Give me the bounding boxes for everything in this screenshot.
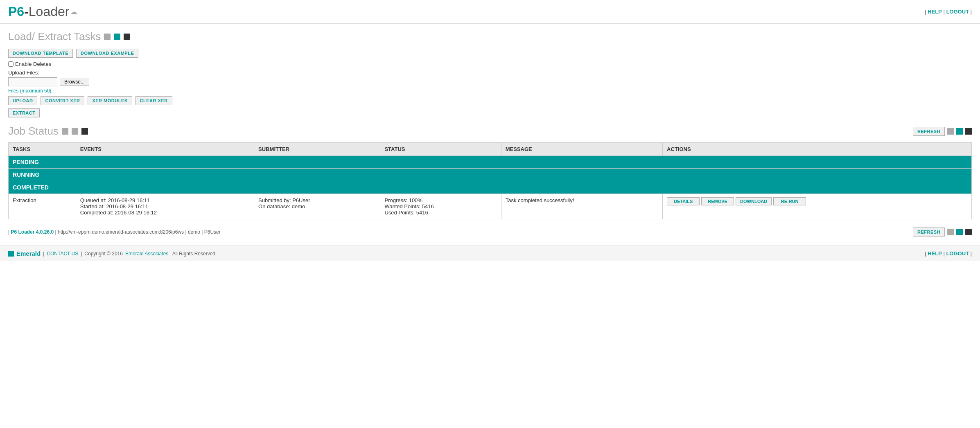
completed-label: COMPLETED [9, 181, 972, 194]
enable-deletes-row: Enable Deletes [8, 61, 972, 67]
extraction-task: Extraction [9, 194, 76, 219]
xer-modules-button[interactable]: XER MODULES [88, 96, 132, 105]
cloud-icon: ☁ [70, 7, 77, 16]
extraction-status: Progress: 100% Wanted Points: 5416 Used … [380, 194, 501, 219]
col-events: EVENTS [76, 143, 254, 156]
file-input-box [8, 77, 57, 86]
running-label: RUNNING [9, 169, 972, 181]
footer-logout-link[interactable]: LOGOUT [946, 250, 969, 257]
refresh-row: REFRESH [913, 127, 972, 136]
col-submitter: SUBMITTER [254, 143, 380, 156]
footer-nav-pipe3: | [969, 250, 972, 257]
load-extract-title: Load/ Extract Tasks [8, 30, 972, 43]
completed-row: COMPLETED [9, 181, 972, 194]
footer-nav: | HELP | LOGOUT | [925, 250, 972, 257]
col-tasks: TASKS [9, 143, 76, 156]
company-link[interactable]: Emerald Associates. [125, 251, 170, 257]
action-buttons: DETAILS REMOVE DOWNLOAD RE-RUN [667, 197, 967, 205]
refresh-button-top[interactable]: REFRESH [913, 127, 945, 136]
footer-square-icon [8, 251, 14, 257]
footer-pipe1: | [43, 251, 44, 257]
load-extract-title-text: Load/ Extract Tasks [8, 30, 101, 43]
enable-deletes-checkbox[interactable] [8, 61, 14, 67]
col-message: MESSAGE [501, 143, 662, 156]
title-sq-teal [114, 34, 120, 40]
extraction-events: Queued at: 2016-08-29 16:11 Started at: … [76, 194, 254, 219]
browse-button[interactable]: Browse... [60, 78, 89, 86]
logo-dash: - [24, 4, 29, 19]
footer-emerald-label: Emerald [16, 250, 41, 257]
refresh-sq-teal [956, 128, 963, 135]
top-header: P6-Loader ☁ | HELP | LOGOUT | [0, 0, 980, 24]
download-example-button[interactable]: DOWNLOAD EXAMPLE [76, 49, 138, 58]
job-title-sq-black [81, 128, 88, 135]
footer-rights: All Rights Reserved [172, 251, 215, 257]
logo-p6: P6 [8, 4, 24, 19]
job-status-title: Job Status [8, 125, 88, 137]
files-hint: Files (maximum 50): [8, 88, 972, 94]
refresh-button-bottom[interactable]: REFRESH [913, 228, 945, 237]
rerun-button[interactable]: RE-RUN [773, 197, 806, 205]
download-button[interactable]: DOWNLOAD [736, 197, 772, 205]
clear-xer-button[interactable]: CLEAR XER [135, 96, 172, 105]
action-toolbar: UPLOAD CONVERT XER XER MODULES CLEAR XER [8, 96, 972, 105]
convert-xer-button[interactable]: CONVERT XER [41, 96, 84, 105]
upload-files-label: Upload Files: [8, 70, 972, 76]
title-sq-black [124, 34, 130, 40]
col-status: STATUS [380, 143, 501, 156]
footer-pipe2: | [81, 251, 82, 257]
footer-nav-pipe2: | [942, 250, 946, 257]
title-sq-gray [104, 34, 111, 40]
download-template-button[interactable]: DOWNLOAD TEMPLATE [8, 49, 73, 58]
bottom-sq-black [965, 229, 972, 235]
nav-pipe3: | [969, 9, 972, 15]
footer-help-link[interactable]: HELP [928, 250, 942, 257]
logout-link[interactable]: LOGOUT [946, 9, 969, 15]
details-button[interactable]: DETAILS [667, 197, 700, 205]
footer-left: Emerald | CONTACT US | Copyright © 2016 … [8, 250, 215, 257]
pending-row: PENDING [9, 156, 972, 169]
main-content: Load/ Extract Tasks DOWNLOAD TEMPLATE DO… [0, 24, 980, 246]
extract-button[interactable]: EXTRACT [8, 108, 40, 117]
table-header-row: TASKS EVENTS SUBMITTER STATUS MESSAGE AC… [9, 143, 972, 156]
bottom-sq-teal [956, 229, 963, 235]
job-title-sq-gray [62, 128, 68, 135]
info-text: | P6 Loader 4.0.26.0 | http://vm-eppm.de… [8, 229, 221, 235]
extraction-submitter: Submitted by: P6User On database: demo [254, 194, 380, 219]
bottom-refresh-row: REFRESH [913, 228, 972, 237]
extraction-actions: DETAILS REMOVE DOWNLOAD RE-RUN [663, 194, 972, 219]
job-status-title-text: Job Status [8, 125, 59, 137]
extraction-message: Task completed successfully! [501, 194, 662, 219]
extraction-row: Extraction Queued at: 2016-08-29 16:11 S… [9, 194, 972, 219]
footer-copyright: Copyright © 2016 [84, 251, 123, 257]
logo-loader: Loader [29, 4, 70, 19]
job-title-sq-gray2 [72, 128, 78, 135]
file-row: Browse... [8, 77, 972, 86]
p6loader-link[interactable]: P6 Loader 4.0.26.0 [11, 229, 54, 235]
refresh-sq-gray [947, 128, 954, 135]
enable-deletes-label: Enable Deletes [15, 61, 51, 67]
upload-button[interactable]: UPLOAD [8, 96, 37, 105]
col-actions: ACTIONS [663, 143, 972, 156]
help-link[interactable]: HELP [928, 9, 942, 15]
job-status-header: Job Status REFRESH [8, 125, 972, 137]
nav-pipe2: | [942, 9, 946, 15]
logo: P6-Loader ☁ [8, 4, 77, 19]
info-bar: | P6 Loader 4.0.26.0 | http://vm-eppm.de… [8, 225, 972, 239]
bottom-sq-gray [947, 229, 954, 235]
footer: Emerald | CONTACT US | Copyright © 2016 … [0, 246, 980, 261]
extract-toolbar: EXTRACT [8, 108, 972, 117]
refresh-sq-black [965, 128, 972, 135]
remove-button[interactable]: REMOVE [701, 197, 734, 205]
download-toolbar: DOWNLOAD TEMPLATE DOWNLOAD EXAMPLE [8, 49, 972, 58]
pending-label: PENDING [9, 156, 972, 169]
running-row: RUNNING [9, 169, 972, 181]
contact-us-link[interactable]: CONTACT US [47, 251, 78, 257]
top-nav: | HELP | LOGOUT | [925, 9, 972, 15]
job-table: TASKS EVENTS SUBMITTER STATUS MESSAGE AC… [8, 142, 972, 219]
